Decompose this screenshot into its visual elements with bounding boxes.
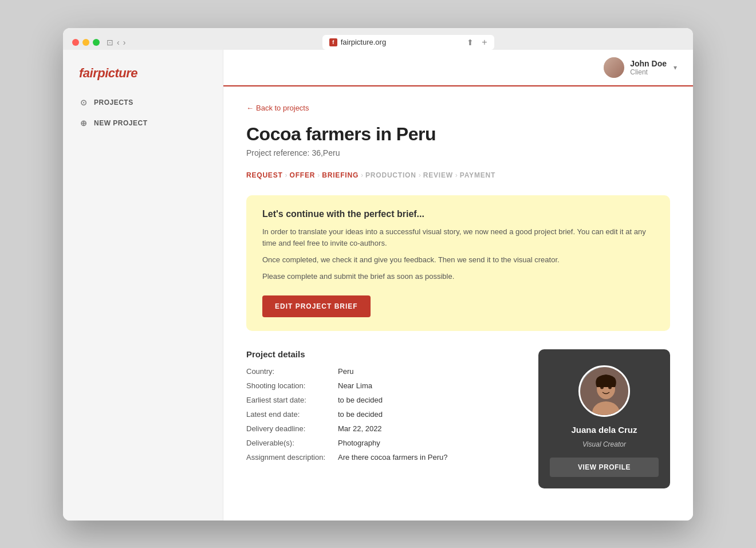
step-production[interactable]: PRODUCTION [365,171,416,179]
value-assignment-description: Are there cocoa farmers in Peru? [338,453,447,462]
info-box: Let's continue with the perfect brief...… [246,195,670,331]
dropdown-arrow-icon: ▾ [674,64,677,72]
step-review[interactable]: REVIEW [423,171,453,179]
value-country: Peru [338,367,353,376]
new-project-icon: ⊕ [79,119,88,128]
tab-icon: ⊡ [107,38,113,47]
detail-row-delivery-deadline: Delivery deadline: Mar 22, 2022 [246,424,522,433]
add-tab-button[interactable]: + [482,37,487,48]
label-deliverables: Deliverable(s): [246,439,338,447]
projects-icon: ⊙ [79,98,88,107]
window-controls: ⊡ ‹ › [107,38,125,47]
url-text: fairpicture.org [341,38,386,46]
user-role: Client [630,68,667,76]
sidebar-item-projects[interactable]: ⊙ PROJECTS [63,92,223,113]
info-box-text-1: In order to translate your ideas into a … [262,226,654,250]
creator-avatar-img [580,367,630,417]
forward-nav-icon[interactable]: › [123,38,126,47]
details-title: Project details [246,349,522,359]
sidebar-label-projects: PROJECTS [94,98,133,107]
user-menu[interactable]: John Doe Client ▾ [604,57,677,78]
sidebar-label-new-project: NEW PROJECT [94,119,148,127]
sidebar-item-new-project[interactable]: ⊕ NEW PROJECT [63,113,223,133]
label-earliest-start: Earliest start date: [246,396,338,404]
step-payment[interactable]: PAYMENT [460,171,495,179]
sep-5: › [455,171,458,179]
info-box-text-2: Once completed, we check it and give you… [262,254,654,266]
value-delivery-deadline: Mar 22, 2022 [338,424,382,433]
project-title: Cocoa farmers in Peru [246,124,670,145]
minimize-button[interactable] [82,39,89,46]
info-box-title: Let's continue with the perfect brief... [262,209,654,219]
sep-1: › [285,171,288,179]
sep-2: › [317,171,320,179]
user-text: John Doe Client [630,59,667,76]
back-arrow-icon: ← [246,104,254,112]
detail-row-country: Country: Peru [246,367,522,376]
step-offer[interactable]: OFFER [290,171,316,179]
back-to-projects-link[interactable]: ← Back to projects [246,104,309,112]
details-table: Project details Country: Peru Shooting l… [246,349,522,488]
label-delivery-deadline: Delivery deadline: [246,424,338,433]
app-header: John Doe Client ▾ [223,50,693,86]
detail-row-deliverables: Deliverable(s): Photography [246,439,522,447]
avatar [604,57,624,78]
info-box-text-3: Please complete and submit the brief as … [262,271,654,283]
traffic-lights [72,39,100,46]
sep-3: › [361,171,363,179]
creator-name: Juana dela Cruz [571,425,637,435]
creator-card: Juana dela Cruz Visual Creator VIEW PROF… [538,349,670,488]
favicon-icon: f [329,38,337,46]
creator-role: Visual Creator [582,440,626,448]
project-details-section: Project details Country: Peru Shooting l… [246,349,670,488]
step-briefing[interactable]: BRIEFING [322,171,359,179]
detail-row-latest-end: Latest end date: to be decided [246,410,522,419]
value-latest-end: to be decided [338,410,383,419]
maximize-button[interactable] [93,39,100,46]
address-bar[interactable]: f fairpicture.org ⬆ + [322,35,494,50]
view-profile-button[interactable]: VIEW PROFILE [550,458,659,477]
project-reference: Project reference: 36,Peru [246,148,670,157]
main-content: John Doe Client ▾ ← Back to projects Coc… [223,50,693,521]
back-nav-icon[interactable]: ‹ [117,38,120,47]
label-latest-end: Latest end date: [246,410,338,419]
edit-project-brief-button[interactable]: EDIT PROJECT BRIEF [262,295,371,317]
detail-row-earliest-start: Earliest start date: to be decided [246,396,522,404]
sep-4: › [419,171,421,179]
back-link-text: Back to projects [256,104,309,112]
sidebar-nav: ⊙ PROJECTS ⊕ NEW PROJECT [63,92,223,133]
detail-row-shooting-location: Shooting location: Near Lima [246,381,522,390]
share-icon[interactable]: ⬆ [467,38,474,47]
label-country: Country: [246,367,338,376]
creator-avatar [578,365,630,417]
label-shooting-location: Shooting location: [246,381,338,390]
close-button[interactable] [72,39,79,46]
value-deliverables: Photography [338,439,380,447]
content-area: ← Back to projects Cocoa farmers in Peru… [223,86,693,504]
label-assignment-description: Assignment description: [246,453,338,462]
value-earliest-start: to be decided [338,396,383,404]
user-name: John Doe [630,59,667,68]
value-shooting-location: Near Lima [338,381,372,390]
step-request[interactable]: REQUEST [246,171,283,179]
detail-row-assignment-description: Assignment description: Are there cocoa … [246,453,522,462]
app-logo: fairpicture [63,50,223,92]
workflow-steps: REQUEST › OFFER › BRIEFING › PRODUCTION … [246,171,670,179]
sidebar: fairpicture ⊙ PROJECTS ⊕ NEW PROJECT [63,50,223,521]
